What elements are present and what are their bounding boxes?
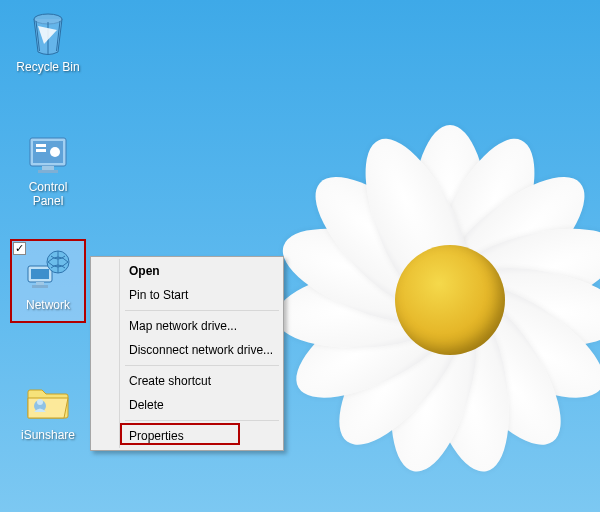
svg-rect-10: [36, 282, 44, 285]
menu-separator: [125, 310, 279, 311]
desktop-icon-label: Network: [10, 298, 86, 312]
svg-rect-9: [31, 269, 49, 279]
menu-item-open[interactable]: Open: [93, 259, 281, 283]
menu-item-disconnect-network-drive[interactable]: Disconnect network drive...: [93, 338, 281, 362]
desktop-icon-control-panel[interactable]: Control Panel: [10, 130, 86, 208]
svg-rect-3: [36, 144, 46, 147]
svg-rect-6: [42, 166, 54, 170]
network-icon: [24, 248, 72, 296]
menu-item-properties[interactable]: Properties: [93, 424, 281, 448]
desktop-icon-network[interactable]: Network: [10, 248, 86, 312]
menu-separator: [125, 365, 279, 366]
menu-item-delete[interactable]: Delete: [93, 393, 281, 417]
desktop-icon-label: iSunshare: [10, 428, 86, 442]
svg-point-14: [37, 399, 43, 405]
desktop-icon-isunshare[interactable]: iSunshare: [10, 378, 86, 442]
svg-rect-7: [38, 170, 58, 173]
menu-item-pin-to-start[interactable]: Pin to Start: [93, 283, 281, 307]
wallpaper-flower: [260, 110, 600, 490]
desktop-icon-label: Recycle Bin: [10, 60, 86, 74]
desktop-icon-label: Control Panel: [10, 180, 86, 208]
menu-item-create-shortcut[interactable]: Create shortcut: [93, 369, 281, 393]
control-panel-icon: [24, 130, 72, 178]
svg-point-5: [50, 147, 60, 157]
recycle-bin-icon: [24, 10, 72, 58]
folder-icon: [24, 378, 72, 426]
svg-rect-4: [36, 149, 46, 152]
menu-item-map-network-drive[interactable]: Map network drive...: [93, 314, 281, 338]
context-menu: Open Pin to Start Map network drive... D…: [90, 256, 284, 451]
svg-rect-11: [32, 285, 48, 288]
desktop-icon-recycle-bin[interactable]: Recycle Bin: [10, 10, 86, 74]
menu-separator: [125, 420, 279, 421]
